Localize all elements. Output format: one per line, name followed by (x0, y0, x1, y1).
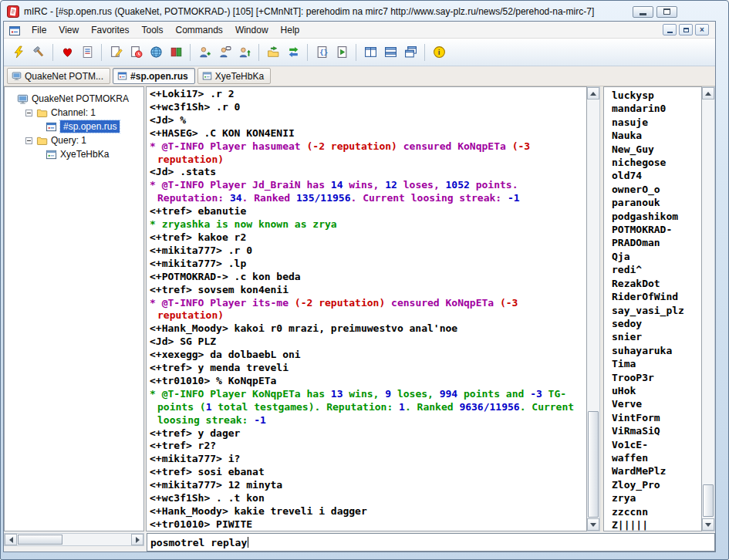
nick-item[interactable]: zzccnn (612, 505, 701, 518)
nick-item[interactable]: old74 (612, 169, 701, 182)
nick-item[interactable]: Tima (612, 357, 701, 370)
treebar-scroll-thumb[interactable] (18, 535, 62, 545)
message-button[interactable] (106, 42, 126, 62)
nick-item[interactable]: ownerO_o (612, 183, 701, 196)
cascade-button[interactable] (400, 42, 420, 62)
switchbar-button-query[interactable]: XyeTeHbKa (197, 68, 271, 84)
user-modes-button[interactable] (235, 42, 255, 62)
treebar-hscrollbar[interactable] (4, 533, 144, 546)
nick-item[interactable]: uHok (612, 384, 701, 397)
help-button[interactable]: i (429, 42, 449, 62)
nicklist-scroll-thumb[interactable] (703, 484, 714, 517)
nick-item[interactable]: RezakDot (612, 277, 701, 290)
collapse-expander-icon[interactable] (25, 110, 32, 116)
menu-help[interactable]: Help (275, 22, 306, 39)
tile-horizontal-button[interactable] (380, 42, 400, 62)
address-book-button[interactable] (166, 42, 186, 62)
chat-line: <+tref> y menda treveli (147, 362, 586, 375)
message-input[interactable]: posmotrel replay (147, 533, 715, 552)
query-user-button[interactable] (214, 42, 235, 62)
nick-item[interactable]: TrooP3r (612, 371, 701, 384)
chat-scroll-thumb[interactable] (588, 411, 599, 518)
nick-item[interactable]: paranouk (612, 196, 701, 209)
menu-favorites[interactable]: Favorites (85, 22, 135, 39)
toolbar-separator (356, 44, 356, 61)
nick-item[interactable]: nasuje (612, 116, 701, 129)
tree-item-server[interactable]: QuakeNet POTMOKRA (5, 92, 143, 106)
maximize-button[interactable] (656, 6, 677, 18)
nick-item[interactable]: Zloy_Pro (612, 478, 701, 491)
nick-item[interactable]: mandarin0 (612, 102, 701, 115)
nick-item[interactable]: Z||||| (612, 518, 701, 531)
channel-window-icon (117, 71, 127, 81)
nick-item[interactable]: redi^ (612, 263, 701, 276)
add-user-button[interactable] (194, 42, 214, 62)
chat-scrollbar[interactable] (587, 86, 600, 531)
scripts-editor-button[interactable]: {} (312, 42, 332, 62)
collapse-expander-icon[interactable] (25, 137, 32, 144)
channels-list-button[interactable] (77, 42, 97, 62)
nick-item[interactable]: Vo1cE- (612, 438, 701, 451)
nick-item[interactable]: RiderOfWind (612, 290, 701, 303)
nicklist-scrollbar[interactable] (702, 86, 715, 531)
tree-group-channels[interactable]: Channel: 1 (5, 106, 143, 120)
chat-line: <Jd> SG PLZ (147, 336, 586, 349)
chat-scroll-down-button[interactable] (587, 518, 599, 531)
menu-view[interactable]: View (52, 22, 85, 39)
tree-item-query[interactable]: XyeTeHbKa (5, 147, 143, 161)
nick-item[interactable]: PRADOman (612, 236, 701, 249)
nick-item[interactable]: Qja (612, 250, 701, 263)
tree-item-channel[interactable]: #sp.open.rus (5, 120, 143, 133)
connect-button[interactable] (8, 42, 29, 62)
switchbar-button-channel[interactable]: #sp.open.rus (113, 68, 195, 84)
tree-group-queries[interactable]: Query: 1 (5, 133, 143, 147)
menu-commands[interactable]: Commands (170, 22, 229, 39)
nicklist-scroll-track[interactable] (702, 100, 714, 518)
nick-item[interactable]: Nauka (612, 129, 701, 142)
treebar-scroll-right-button[interactable] (131, 534, 143, 545)
nick-item[interactable]: zrya (612, 491, 701, 504)
treebar-scroll-left-button[interactable] (5, 534, 17, 545)
chat-line: <+tr01010> % KoNqpETa (147, 375, 586, 388)
bottom-row: posmotrel replay (4, 533, 715, 552)
treebar-scroll-track[interactable] (17, 534, 131, 545)
favorites-button[interactable] (57, 42, 77, 62)
nick-item[interactable]: say_vasi_plz (612, 304, 701, 317)
send-file-button[interactable] (263, 42, 283, 62)
nick-item[interactable]: ViRmaSiQ (612, 424, 701, 437)
menu-window[interactable]: Window (229, 22, 275, 39)
nick-item[interactable]: luckysp (612, 89, 701, 102)
nick-item[interactable]: New_Guy (612, 143, 701, 156)
switchbar-button-status[interactable]: QuakeNet POTM... (7, 68, 110, 84)
nick-item[interactable]: suhayaruka (612, 344, 701, 357)
url-list-button[interactable] (146, 42, 166, 62)
tile-vertical-button[interactable] (360, 42, 380, 62)
titlebar[interactable]: mIRC - [#sp.open.rus (QuakeNet, POTMOKRA… (3, 2, 716, 21)
nicklist-scroll-down-button[interactable] (702, 518, 714, 531)
nicklist-scroll-up-button[interactable] (702, 87, 714, 100)
minimize-button[interactable] (633, 6, 653, 18)
nick-item[interactable]: nichegose (612, 156, 701, 169)
mdi-minimize-button[interactable] (663, 24, 677, 35)
nick-item[interactable]: podgashikom (612, 210, 701, 223)
mdi-close-button[interactable]: × (695, 24, 709, 35)
transfers-button[interactable] (283, 42, 303, 62)
nick-item[interactable]: VintForm (612, 411, 701, 424)
notify-list-button[interactable] (126, 42, 146, 62)
nick-item[interactable]: snier (612, 330, 701, 343)
options-button[interactable] (29, 42, 49, 62)
play-sound-button[interactable] (332, 42, 352, 62)
nick-item[interactable]: POTMOKRAD- (612, 223, 701, 236)
nick-item[interactable]: Verve (612, 397, 701, 410)
nick-item[interactable]: waffen (612, 451, 701, 464)
nick-item[interactable]: sedoy (612, 317, 701, 330)
chat-line: <+Hank_Moody> kakie treveli i dagger (147, 505, 586, 518)
chat-messages[interactable]: <+Loki17> .r 2<+wc3f1Sh> .r 0<Jd> %<+HAS… (146, 86, 587, 531)
menu-file[interactable]: File (25, 22, 52, 39)
nick-item[interactable]: WardMePlz (612, 464, 701, 477)
mdi-restore-button[interactable] (679, 24, 693, 35)
menu-tools[interactable]: Tools (136, 22, 170, 39)
chat-scroll-up-button[interactable] (587, 87, 599, 100)
chat-scroll-track[interactable] (587, 100, 599, 518)
nicklist[interactable]: luckyspmandarin0nasujeNaukaNew_Guynicheg… (603, 86, 702, 531)
